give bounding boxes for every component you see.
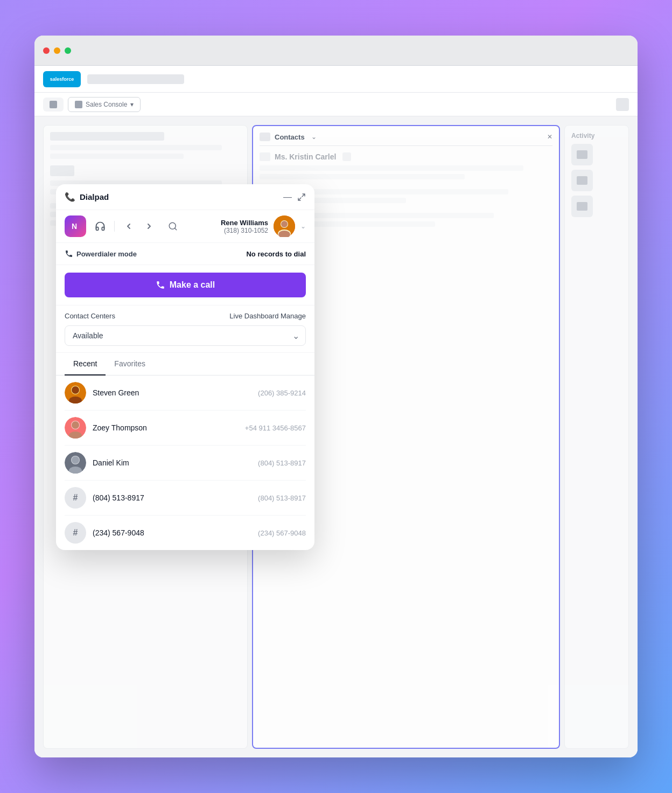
sf-line-2 — [50, 154, 184, 159]
toolbar-user-chevron[interactable]: ⌄ — [300, 222, 306, 230]
zoey-thompson-phone: +54 911 3456-8567 — [245, 424, 306, 432]
svg-text:N: N — [72, 222, 77, 231]
activity-item-3 — [571, 196, 593, 217]
contact-action-btn — [342, 152, 351, 161]
number-234-name: (234) 567-9048 — [93, 528, 251, 537]
browser-maximize-btn[interactable] — [65, 47, 71, 54]
toolbar-divider-1 — [114, 221, 115, 232]
make-call-section: Make a call — [56, 265, 314, 305]
steven-green-avatar — [65, 382, 86, 404]
sf-panel-right: Activity — [564, 125, 629, 749]
home-tab-icon — [50, 101, 57, 108]
tab-recent[interactable]: Recent — [65, 353, 106, 375]
contacts-tab-title: Contacts — [275, 133, 305, 141]
contact-centers-header: Contact Centers Live Dashboard Manage — [65, 312, 306, 320]
availability-select[interactable]: Available Busy Away Offline — [65, 325, 306, 346]
contacts-close[interactable]: ✕ — [547, 133, 552, 141]
sf-avatar-placeholder — [50, 165, 74, 176]
sf-tab-sales-console[interactable]: Sales Console ▾ — [68, 97, 141, 112]
svg-point-9 — [72, 386, 79, 394]
sf-line-1 — [50, 145, 222, 150]
contact-centers-section: Contact Centers Live Dashboard Manage Av… — [56, 305, 314, 353]
salesforce-logo: salesforce — [43, 71, 81, 87]
sf-tab-action-btn — [616, 98, 629, 111]
activity-icon-1 — [577, 150, 587, 159]
sf-contacts-header: Contacts ⌄ ✕ — [260, 133, 552, 146]
svg-point-13 — [72, 421, 79, 429]
contact-centers-actions: Live Dashboard Manage — [229, 312, 306, 320]
sf-tab-home — [43, 98, 64, 112]
activity-icon-3 — [577, 202, 587, 211]
ai-button[interactable]: N — [65, 215, 86, 237]
contact-item-daniel-kim[interactable]: Daniel Kim (804) 513-8917 — [65, 446, 306, 481]
daniel-kim-name: Daniel Kim — [93, 458, 251, 467]
powerdialer-mode-text: Powerdialer mode — [76, 250, 137, 258]
browser-window: salesforce Sales Console ▾ — [34, 36, 638, 757]
powerdialer-bar: Powerdialer mode No records to dial — [56, 243, 314, 265]
availability-select-wrapper: Available Busy Away Offline ⌄ — [65, 325, 306, 346]
expand-icon — [297, 193, 306, 201]
dialpad-expand-btn[interactable] — [297, 193, 306, 201]
activity-item-2 — [571, 170, 593, 191]
sf-header: salesforce — [34, 66, 638, 93]
contact-avatar-number-804: # — [65, 487, 86, 509]
toolbar-back-btn[interactable] — [119, 217, 138, 236]
make-call-label: Make a call — [170, 280, 215, 290]
sales-console-label: Sales Console — [86, 101, 127, 108]
toolbar-search-btn[interactable] — [163, 217, 183, 236]
contact-avatar-zoey — [65, 417, 86, 439]
number-804-phone: (804) 513-8917 — [258, 494, 306, 502]
contact-avatar-placeholder — [260, 152, 270, 161]
steven-green-phone: (206) 385-9214 — [258, 389, 306, 397]
back-icon — [124, 222, 133, 231]
contacts-icon — [260, 133, 270, 141]
browser-close-btn[interactable] — [43, 47, 50, 54]
zoey-thompson-avatar — [65, 417, 86, 439]
sf-left-panel-header — [50, 132, 164, 141]
contact-item-steven-green[interactable]: Steven Green (206) 385-9214 — [65, 375, 306, 411]
number-804-name: (804) 513-8917 — [93, 493, 251, 502]
dialpad-header-actions: — — [283, 192, 306, 202]
browser-chrome — [34, 36, 638, 66]
make-call-button[interactable]: Make a call — [65, 273, 306, 297]
headphone-icon — [95, 221, 106, 232]
dialpad-panel: 📞 Dialpad — N — [56, 184, 314, 550]
dialpad-minimize-btn[interactable]: — — [283, 192, 292, 202]
contact-item-number-804[interactable]: # (804) 513-8917 (804) 513-8917 — [65, 481, 306, 516]
sf-detail-line-1 — [260, 165, 523, 171]
steven-green-name: Steven Green — [93, 388, 251, 397]
toolbar-user-name: Rene Williams — [221, 219, 268, 227]
contact-item-number-234[interactable]: # (234) 567-9048 (234) 567-9048 — [65, 516, 306, 550]
headphone-button[interactable] — [90, 217, 110, 236]
dialpad-header: 📞 Dialpad — — [56, 184, 314, 210]
activity-item-1 — [571, 144, 593, 165]
contacts-chevron: ⌄ — [311, 133, 317, 141]
contact-list: Steven Green (206) 385-9214 Zoey Thompso… — [56, 375, 314, 550]
contact-avatar-daniel — [65, 452, 86, 474]
powerdialer-label: Powerdialer mode — [65, 249, 137, 258]
toolbar-user-avatar — [274, 215, 295, 237]
powerdialer-phone-icon — [65, 249, 73, 258]
zoey-thompson-name: Zoey Thompson — [93, 423, 239, 432]
tab-favorites[interactable]: Favorites — [106, 353, 154, 375]
dialpad-title: Dialpad — [80, 192, 283, 201]
browser-minimize-btn[interactable] — [54, 47, 60, 54]
contact-centers-label: Contact Centers — [65, 312, 115, 320]
toolbar-user-info: Rene Williams (318) 310-1052 ⌄ — [187, 215, 306, 237]
ai-icon: N — [69, 220, 81, 232]
toolbar-forward-btn[interactable] — [139, 217, 159, 236]
dialpad-phone-icon: 📞 — [65, 192, 75, 202]
sf-detail-line-2 — [260, 174, 465, 179]
browser-content: salesforce Sales Console ▾ — [34, 66, 638, 757]
number-234-phone: (234) 567-9048 — [258, 529, 306, 537]
forward-icon — [145, 222, 153, 231]
activity-icon-2 — [577, 176, 587, 185]
tabs-section: Recent Favorites — [56, 353, 314, 375]
contact-avatar-number-234: # — [65, 522, 86, 544]
salesforce-logo-text: salesforce — [50, 76, 74, 82]
dialpad-toolbar: N — [56, 210, 314, 243]
toolbar-user-text: Rene Williams (318) 310-1052 — [221, 219, 268, 234]
daniel-kim-phone: (804) 513-8917 — [258, 459, 306, 467]
contact-item-zoey-thompson[interactable]: Zoey Thompson +54 911 3456-8567 — [65, 411, 306, 446]
activity-title: Activity — [571, 132, 622, 140]
